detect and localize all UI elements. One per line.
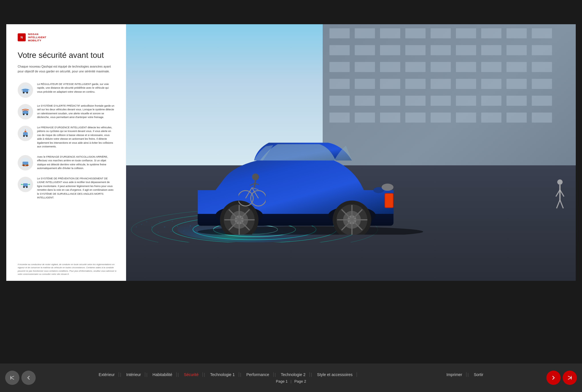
feature-text-2: Le SYSTÈME D'ALERTE PRÉDICTIF anticollis… (37, 104, 114, 119)
svg-rect-60 (431, 79, 451, 89)
right-panel (126, 24, 576, 281)
svg-point-111 (141, 224, 142, 225)
svg-line-145 (250, 183, 255, 186)
svg-rect-34 (456, 28, 476, 38)
svg-rect-36 (507, 28, 527, 38)
feature-item-1: Le RÉGULATEUR DE VITESSE INTELLIGENT gar… (18, 82, 114, 98)
svg-point-112 (136, 227, 137, 228)
svg-rect-54 (507, 62, 527, 72)
nav-separator-7: | (310, 372, 313, 377)
nav-item-securite[interactable]: Sécurité (180, 372, 203, 377)
arrow-first-prev-button[interactable] (5, 371, 19, 385)
nav-item-performance[interactable]: Performance (242, 372, 273, 377)
svg-rect-73 (532, 96, 552, 106)
svg-rect-40 (380, 45, 400, 55)
svg-rect-39 (355, 45, 375, 55)
svg-rect-41 (405, 45, 426, 55)
nav-separator-6: | (274, 372, 277, 377)
nav-page-1[interactable]: Page 1 (276, 379, 288, 383)
arrow-next-button[interactable] (546, 371, 561, 385)
svg-point-12 (23, 135, 25, 137)
svg-rect-82 (532, 113, 552, 123)
svg-rect-33 (431, 28, 451, 38)
svg-rect-63 (507, 79, 527, 89)
nav-page-2[interactable]: Page 2 (294, 379, 306, 383)
nav-separator-4: | (203, 372, 206, 377)
svg-point-89 (151, 226, 152, 228)
disclaimer-text: Il incombe au conducteur de rester vigil… (18, 263, 120, 276)
page-title: Votre sécurité avant tout (18, 50, 114, 60)
svg-line-152 (560, 200, 563, 208)
page-subtitle: Chaque nouveau Qashqai est équipé de tec… (18, 64, 114, 74)
svg-rect-62 (481, 79, 502, 89)
svg-point-143 (252, 174, 259, 180)
nav-item-style[interactable]: Style et accessoires (313, 372, 357, 377)
logo-area: N NISSAN INTELLIGENT MOBILITY (18, 33, 114, 42)
feature-item-5: Le SYSTÈME DE PRÉVENTION DE FRANCHISSEME… (18, 177, 114, 200)
nav-separator-1: | (119, 372, 122, 377)
svg-point-21 (23, 186, 25, 188)
svg-rect-50 (405, 62, 426, 72)
svg-rect-72 (507, 96, 527, 106)
nav-item-habitabilite[interactable]: Habitabilité (149, 372, 177, 377)
svg-text:N: N (21, 36, 23, 39)
svg-rect-30 (355, 28, 375, 38)
svg-point-5 (26, 92, 28, 94)
feature-item-3: Le FREINAGE D'URGENCE INTELLIGENT détect… (18, 126, 114, 149)
nav-item-sortir[interactable]: Sortir (470, 372, 487, 377)
feature-icon-1 (18, 82, 33, 98)
svg-point-103 (159, 222, 160, 222)
svg-rect-55 (532, 62, 552, 72)
svg-point-147 (557, 179, 563, 185)
nav-pages: Page 1 | Page 2 (276, 379, 306, 383)
nav-item-imprimer[interactable]: Imprimer (442, 372, 466, 377)
feature-item-2: Le SYSTÈME D'ALERTE PRÉDICTIF anticollis… (18, 104, 114, 119)
svg-rect-42 (431, 45, 451, 55)
svg-point-13 (26, 135, 28, 137)
nav-item-exterieur[interactable]: Extérieur (95, 372, 119, 377)
nav-page-separator: | (290, 379, 291, 383)
nav-items: Extérieur | Intérieur | Habitabilité | S… (95, 372, 487, 377)
svg-line-151 (557, 200, 560, 208)
nav-separator-8: | (466, 372, 470, 377)
svg-rect-52 (456, 62, 476, 72)
svg-rect-29 (330, 28, 350, 38)
svg-rect-64 (532, 79, 552, 89)
svg-point-8 (23, 113, 25, 115)
nav-separator-3: | (177, 372, 180, 377)
svg-point-9 (26, 113, 28, 115)
arrow-prev-button[interactable] (21, 371, 36, 385)
svg-point-97 (158, 232, 159, 233)
svg-rect-43 (456, 45, 476, 55)
svg-rect-47 (330, 62, 350, 72)
nav-item-interieur[interactable]: Intérieur (122, 372, 145, 377)
svg-rect-53 (481, 62, 502, 72)
svg-point-137 (382, 184, 394, 191)
feature-text-5: Le SYSTÈME DE PRÉVENTION DE FRANCHISSEME… (37, 177, 114, 200)
svg-rect-38 (330, 45, 350, 55)
svg-rect-135 (385, 194, 393, 207)
nav-bar: Extérieur | Intérieur | Habitabilité | S… (0, 363, 582, 392)
feature-icon-3 (18, 126, 33, 141)
nav-item-technologie2[interactable]: Technologie 2 (277, 372, 310, 377)
svg-rect-61 (456, 79, 476, 89)
svg-rect-59 (405, 79, 426, 89)
svg-point-4 (23, 92, 25, 94)
nav-item-technologie1[interactable]: Technologie 1 (206, 372, 239, 377)
svg-point-25 (21, 184, 22, 185)
svg-rect-45 (507, 45, 527, 55)
svg-rect-49 (380, 62, 400, 72)
car-svg (162, 101, 486, 235)
svg-point-26 (29, 184, 30, 185)
cyclist-figure (239, 158, 266, 209)
feature-icon-2 (18, 104, 33, 119)
svg-rect-44 (481, 45, 502, 55)
svg-rect-56 (330, 79, 350, 89)
feature-icon-5 (18, 177, 33, 192)
feature-item-4: Avec le FREINAGE D'URGENCE ANTICOLLISION… (18, 155, 114, 170)
feature-text-1: Le RÉGULATEUR DE VITESSE INTELLIGENT gar… (37, 82, 114, 94)
nav-separator-2: | (145, 372, 149, 377)
arrow-last-next-button[interactable] (563, 371, 577, 385)
nissan-logo-icon: N (18, 33, 26, 41)
svg-point-22 (26, 186, 28, 188)
